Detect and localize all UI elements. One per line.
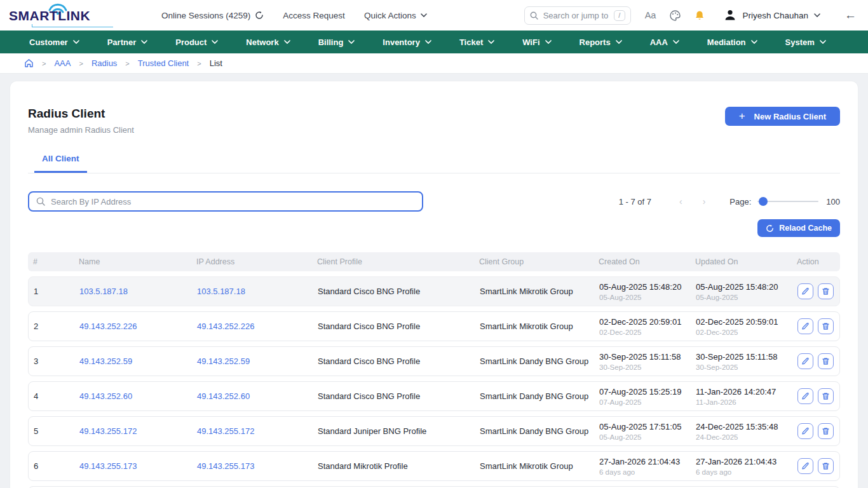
next-page-button[interactable]: ›	[693, 196, 716, 207]
new-radius-client-label: New Radius Client	[754, 112, 826, 121]
pencil-icon	[801, 462, 810, 470]
page-label: Page:	[729, 197, 751, 207]
smartlink-logo[interactable]: SMARTLINK	[9, 3, 133, 28]
user-name: Priyesh Chauhan	[742, 11, 808, 20]
nav-item-mediation[interactable]: Mediation	[696, 30, 769, 53]
chevron-down-icon	[820, 40, 826, 44]
chevron-down-icon	[73, 40, 79, 44]
client-group: SmartLink Mikrotik Group	[475, 461, 594, 471]
client-profile: Standard Cisco BNG Profile	[313, 356, 475, 366]
client-name-link[interactable]: 49.143.255.173	[74, 461, 192, 471]
trash-icon	[822, 462, 830, 470]
delete-button[interactable]	[818, 458, 834, 474]
created-on: 27-Jan-2026 21:04:43 6 days ago	[594, 457, 691, 476]
chevron-down-icon	[425, 40, 431, 44]
delete-button[interactable]	[818, 423, 834, 439]
delete-button[interactable]	[818, 388, 834, 404]
reload-cache-button[interactable]: Relaod Cache	[757, 219, 840, 237]
pencil-icon	[801, 392, 810, 400]
row-number: 5	[29, 426, 74, 436]
col-header-num: #	[28, 257, 74, 266]
client-name-link[interactable]: 49.143.252.60	[74, 391, 192, 401]
new-radius-client-button[interactable]: + New Radius Client	[725, 107, 840, 126]
text-size-button[interactable]: Aa	[645, 10, 656, 20]
breadcrumb-trusted-client[interactable]: Trusted Client	[138, 58, 189, 68]
refresh-icon[interactable]	[255, 11, 264, 20]
back-arrow-button[interactable]: ←	[844, 8, 857, 22]
breadcrumb-aaa[interactable]: AAA	[54, 58, 71, 68]
nav-item-wifi[interactable]: WiFi	[511, 30, 562, 53]
global-search-input[interactable]: Search or jump to... /	[524, 6, 631, 25]
nav-item-inventory[interactable]: Inventory	[371, 30, 443, 53]
client-profile: Standard Juniper BNG Profile	[313, 426, 475, 436]
edit-button[interactable]	[797, 283, 813, 299]
chevron-down-icon	[421, 13, 427, 17]
client-name-link[interactable]: 103.5.187.18	[74, 287, 192, 296]
home-icon[interactable]	[24, 58, 34, 68]
pagination-range: 1 - 7 of 7	[619, 197, 651, 207]
access-request[interactable]: Access Request	[283, 11, 345, 20]
pagination: 1 - 7 of 7 ‹ › Page: 100	[619, 196, 840, 207]
client-ip-link[interactable]: 103.5.187.18	[192, 287, 313, 296]
delete-button[interactable]	[818, 283, 834, 299]
user-menu[interactable]: Priyesh Chauhan	[724, 9, 820, 22]
client-ip-link[interactable]: 49.143.255.173	[192, 461, 313, 471]
edit-button[interactable]	[797, 388, 813, 404]
client-name-link[interactable]: 49.143.252.59	[74, 356, 192, 366]
col-header-group: Client Group	[474, 257, 593, 266]
client-profile: Standard Mikrotik Profile	[313, 461, 475, 471]
created-on: 07-Aug-2025 15:25:19 07-Aug-2025	[594, 387, 691, 406]
chevron-down-icon	[284, 40, 290, 44]
client-name-link[interactable]: 49.143.252.226	[74, 322, 192, 331]
edit-button[interactable]	[797, 458, 813, 474]
client-name-link[interactable]: 49.143.255.172	[74, 426, 192, 436]
global-search-placeholder: Search or jump to...	[543, 11, 609, 20]
notifications-bell-icon[interactable]	[695, 10, 705, 21]
client-ip-link[interactable]: 49.143.252.60	[192, 391, 313, 401]
delete-button[interactable]	[818, 353, 834, 369]
client-ip-link[interactable]: 49.143.252.226	[192, 322, 313, 331]
tab-all-client[interactable]: All Client	[34, 154, 87, 173]
online-sessions[interactable]: Online Sessions (4259)	[161, 11, 264, 20]
refresh-icon	[766, 224, 774, 233]
quick-actions[interactable]: Quick Actions	[364, 11, 427, 20]
client-ip-link[interactable]: 49.143.252.59	[192, 356, 313, 366]
ip-search-input[interactable]: Search By IP Address	[28, 191, 423, 212]
edit-button[interactable]	[797, 318, 813, 334]
col-header-action: Action	[792, 257, 840, 266]
search-icon	[36, 197, 45, 206]
updated-on: 05-Aug-2025 15:48:20 05-Aug-2025	[691, 282, 792, 301]
pencil-icon	[801, 322, 810, 330]
trash-icon	[822, 322, 830, 330]
chevron-down-icon	[348, 40, 355, 44]
delete-button[interactable]	[818, 318, 834, 334]
breadcrumb-radius[interactable]: Radius	[92, 58, 117, 68]
theme-palette-icon[interactable]	[670, 10, 681, 21]
page-size-slider[interactable]	[757, 197, 818, 206]
nav-item-network[interactable]: Network	[234, 30, 301, 53]
edit-button[interactable]	[797, 353, 813, 369]
col-header-profile: Client Profile	[312, 257, 474, 266]
reload-cache-label: Relaod Cache	[779, 224, 832, 233]
nav-item-customer[interactable]: Customer	[18, 30, 91, 53]
updated-on: 02-Dec-2025 20:59:01 02-Dec-2025	[691, 317, 792, 336]
slider-thumb[interactable]	[759, 197, 768, 206]
nav-item-reports[interactable]: Reports	[568, 30, 634, 53]
prev-page-button[interactable]: ‹	[669, 196, 693, 207]
nav-item-system[interactable]: System	[774, 30, 837, 53]
client-ip-link[interactable]: 49.143.255.172	[192, 426, 313, 436]
trash-icon	[822, 427, 830, 435]
client-group: SmartLink Dandy BNG Group	[475, 356, 594, 366]
nav-item-ticket[interactable]: Ticket	[448, 30, 506, 53]
radius-client-card: Radius Client Manage admin Radius Client…	[10, 81, 858, 488]
logo-underline	[32, 24, 113, 27]
nav-item-aaa[interactable]: AAA	[639, 30, 691, 53]
edit-button[interactable]	[797, 423, 813, 439]
nav-item-partner[interactable]: Partner	[96, 30, 159, 53]
trash-icon	[822, 287, 830, 295]
col-header-updated: Updated On	[690, 257, 792, 266]
table-row: 1 103.5.187.18 103.5.187.18 Standard Cis…	[28, 276, 840, 306]
nav-item-product[interactable]: Product	[164, 30, 229, 53]
created-on: 05-Aug-2025 17:51:05 05-Aug-2025	[594, 422, 691, 441]
nav-item-billing[interactable]: Billing	[307, 30, 367, 53]
